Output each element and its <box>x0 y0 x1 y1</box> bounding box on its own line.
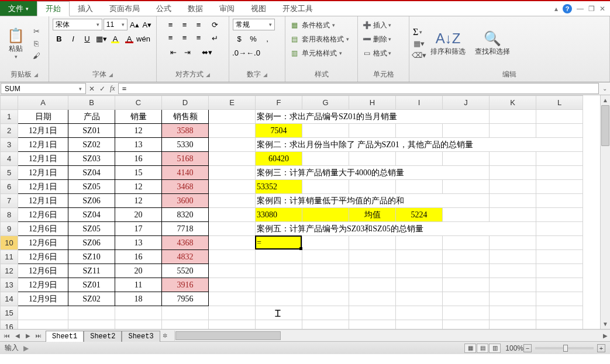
cell-I15[interactable] <box>396 306 443 320</box>
cell-B16[interactable] <box>68 320 115 330</box>
cell-B10[interactable]: SZ06 <box>68 236 115 250</box>
cell-J4[interactable] <box>443 152 490 166</box>
cell-D8[interactable]: 8320 <box>162 208 209 222</box>
cell-G8[interactable] <box>302 208 349 222</box>
window-restore-icon[interactable]: ❐ <box>588 5 595 13</box>
row-header-5[interactable]: 5 <box>1 166 18 180</box>
cell-B4[interactable]: SZ03 <box>68 152 115 166</box>
autosum-icon[interactable]: Σ <box>413 27 418 37</box>
column-header-B[interactable]: B <box>68 96 115 110</box>
cell-D14[interactable]: 7956 <box>162 292 209 306</box>
cell-E16[interactable] <box>209 320 256 330</box>
currency-icon[interactable]: $ <box>233 33 246 44</box>
cell-G2[interactable] <box>302 124 349 138</box>
cell-A14[interactable]: 12月9日 <box>18 292 68 306</box>
row-header-16[interactable]: 16 <box>1 320 18 330</box>
column-header-K[interactable]: K <box>490 96 536 110</box>
underline-button[interactable]: U <box>81 33 94 44</box>
cell-A7[interactable]: 12月1日 <box>18 194 68 208</box>
cell-F14[interactable] <box>256 292 302 306</box>
tab-page-layout[interactable]: 页面布局 <box>101 1 148 16</box>
cell-J10[interactable] <box>443 236 490 250</box>
cell-F4[interactable]: 60420 <box>256 152 302 166</box>
cell-K14[interactable] <box>490 292 536 306</box>
row-header-4[interactable]: 4 <box>1 152 18 166</box>
horizontal-scrollbar[interactable]: ◀ ▶ <box>174 331 610 341</box>
tab-file[interactable]: 文件 <box>0 1 37 16</box>
cell-G16[interactable] <box>302 320 349 330</box>
cell-A16[interactable] <box>18 320 68 330</box>
format-as-table-button[interactable]: ▤套用表格格式▾ <box>289 33 354 46</box>
column-header-G[interactable]: G <box>302 96 349 110</box>
dialog-launcher-icon[interactable]: ◢ <box>109 72 113 78</box>
cell-F11[interactable] <box>256 250 302 264</box>
row-header-9[interactable]: 9 <box>1 222 18 236</box>
conditional-formatting-button[interactable]: ▦条件格式▾ <box>289 19 354 32</box>
cell-A2[interactable]: 12月1日 <box>18 124 68 138</box>
cell-C2[interactable]: 12 <box>115 124 162 138</box>
cell-C11[interactable]: 16 <box>115 250 162 264</box>
cell-J11[interactable] <box>443 250 490 264</box>
cell-F15[interactable] <box>256 306 302 320</box>
cell-D7[interactable]: 3600 <box>162 194 209 208</box>
next-sheet-icon[interactable]: ▶ <box>23 331 33 340</box>
dialog-launcher-icon[interactable]: ◢ <box>206 72 210 78</box>
row-header-2[interactable]: 2 <box>1 124 18 138</box>
cell-J14[interactable] <box>443 292 490 306</box>
align-bottom-icon[interactable]: ≡ <box>192 19 205 31</box>
bold-button[interactable]: B <box>53 33 66 44</box>
cell-F16[interactable] <box>256 320 302 330</box>
format-cells-button[interactable]: ▭格式▾ <box>361 47 405 60</box>
cell-F2[interactable]: 7504 <box>256 124 302 138</box>
cell-B9[interactable]: SZ05 <box>68 222 115 236</box>
cell-B13[interactable]: SZ01 <box>68 278 115 292</box>
cancel-formula-icon[interactable]: ✕ <box>89 85 95 93</box>
cell-A4[interactable]: 12月1日 <box>18 152 68 166</box>
cell-J6[interactable] <box>443 180 490 194</box>
cell-H8[interactable]: 均值 <box>349 208 396 222</box>
cell-B7[interactable]: SZ06 <box>68 194 115 208</box>
row-header-15[interactable]: 15 <box>1 306 18 320</box>
column-header-A[interactable]: A <box>18 96 68 110</box>
cell-D3[interactable]: 5330 <box>162 138 209 152</box>
cell-L2[interactable] <box>536 124 583 138</box>
zoom-in-icon[interactable]: + <box>597 344 605 352</box>
cell-D16[interactable] <box>162 320 209 330</box>
tab-formulas[interactable]: 公式 <box>148 1 180 16</box>
cell-C5[interactable]: 15 <box>115 166 162 180</box>
cell-H13[interactable] <box>349 278 396 292</box>
cell-K10[interactable] <box>490 236 536 250</box>
row-header-6[interactable]: 6 <box>1 180 18 194</box>
cell-L15[interactable] <box>536 306 583 320</box>
cell-E4[interactable] <box>209 152 256 166</box>
cell-D9[interactable]: 7718 <box>162 222 209 236</box>
cell-E11[interactable] <box>209 250 256 264</box>
cell-H6[interactable] <box>349 180 396 194</box>
cell-E2[interactable] <box>209 124 256 138</box>
cell-I8[interactable]: 5224 <box>396 208 443 222</box>
column-header-H[interactable]: H <box>349 96 396 110</box>
cell-K5[interactable] <box>490 166 536 180</box>
row-header-14[interactable]: 14 <box>1 292 18 306</box>
cell-I11[interactable] <box>396 250 443 264</box>
cell-G12[interactable] <box>302 264 349 278</box>
cell-B6[interactable]: SZ05 <box>68 180 115 194</box>
cell-I14[interactable] <box>396 292 443 306</box>
column-header-D[interactable]: D <box>162 96 209 110</box>
cell-L10[interactable] <box>536 236 583 250</box>
cell-K8[interactable] <box>490 208 536 222</box>
clear-icon[interactable]: ⌫▾ <box>413 50 425 61</box>
cell-A13[interactable]: 12月9日 <box>18 278 68 292</box>
row-header-13[interactable]: 13 <box>1 278 18 292</box>
cell-I6[interactable] <box>396 180 443 194</box>
insert-cells-button[interactable]: ➕插入▾ <box>361 19 405 32</box>
delete-cells-button[interactable]: ➖删除▾ <box>361 33 405 46</box>
tab-view[interactable]: 视图 <box>243 1 274 16</box>
cell-B14[interactable]: SZ02 <box>68 292 115 306</box>
cell-G4[interactable] <box>302 152 349 166</box>
cell-A10[interactable]: 12月6日 <box>18 236 68 250</box>
cell-I13[interactable] <box>396 278 443 292</box>
column-header-L[interactable]: L <box>536 96 583 110</box>
cell-C8[interactable]: 20 <box>115 208 162 222</box>
cell-D10[interactable]: 4368 <box>162 236 209 250</box>
